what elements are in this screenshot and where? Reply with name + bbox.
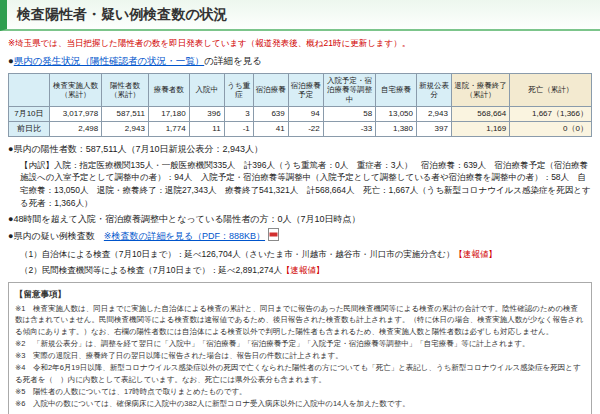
update-notice: ※埼玉県では、当日把握した陽性者の数を即日発表しています（報道発表後、概ね21時… [8, 38, 592, 50]
col-header-discharged: 退院・療養終了（累計） [451, 74, 509, 107]
cell-home-care: 13,050 [376, 107, 417, 122]
cell-severe: 3 [224, 107, 253, 122]
cell-hospitalized-change: 11 [189, 122, 224, 137]
cell-severe-change: -1 [224, 122, 253, 137]
test-count-pdf-link[interactable]: ※検査数の詳細を見る（PDF：888KB） [104, 231, 265, 241]
note-item-2: ※2 「新規公表分」は、調整を経て翌日に「入院中」「宿泊療養」「宿泊療養予定」「… [15, 338, 585, 349]
note-item-6: ※6 入院中の数については、確保病床に入院中の382人に新型コロナ受入病床以外に… [15, 398, 585, 409]
note-item-1: ※1 検査実施人数は、同日までに実施した自治体による検査の累計と、同日までに報告… [15, 303, 585, 337]
col-header-adjusting: 入院予定・宿泊療養等調整中 [323, 74, 375, 107]
table-row-current: 7月10日 3,017,978 587,511 17,180 396 3 639… [9, 107, 592, 122]
note-item-4: ※4 令和2年6月19日以降、新型コロナウイルス感染症以外の死因で亡くなられた陽… [15, 362, 585, 385]
page-content: ※埼玉県では、当日把握した陽性者の数を即日発表しています（報道発表後、概ね21時… [0, 31, 600, 414]
cell-adjusting: 58 [323, 107, 375, 122]
breakdown-line: 【内訳】入院：指定医療機関135人・一般医療機関335人 計396人（うち重篤者… [20, 159, 592, 210]
col-header-positives-total: 陽性者数（累計） [102, 74, 149, 107]
over48h-line: ●48時間を超えて入院・宿泊療養調整中となっている陽性者の方：0人（7月10日時… [8, 213, 592, 226]
col-header-deaths: 死亡（累計） [510, 74, 592, 107]
private-tests-line: （2）民間検査機関等による検査（7月10日まで）：延べ2,891,274人【速報… [20, 264, 592, 277]
cell-tested-total: 3,017,978 [49, 107, 101, 122]
cell-adjusting-change: -33 [323, 122, 375, 137]
cell-home-care-change: 1,380 [376, 122, 417, 137]
col-header-hotel-care: 宿泊療養 [253, 74, 288, 107]
private-tests-text: （2）民間検査機関等による検査（7月10日まで）：延べ2,891,274人 [20, 265, 282, 275]
status-table: 検査実施人数（累計） 陽性者数（累計） 療養者数 入院中 うち重症 宿泊療養 宿… [8, 73, 592, 137]
suspected-tests-label: ●県内の疑い例検査数 [8, 231, 104, 241]
preliminary-badge: 【速報値】 [455, 249, 498, 259]
cell-hospitalized: 396 [189, 107, 224, 122]
col-header-tested-total: 検査実施人数（累計） [49, 74, 101, 107]
cell-discharged: 568,664 [451, 107, 509, 122]
cell-hotel-care: 639 [253, 107, 288, 122]
cell-new-cases-change: 397 [417, 122, 452, 137]
cell-positives-total: 587,511 [102, 107, 149, 122]
status-link-line: ●県内の発生状況（陽性確認者の状況・一覧）の詳細を見る [8, 55, 592, 68]
col-header-new-cases: 新規公表分 [417, 74, 452, 107]
cell-new-cases: 2,943 [417, 107, 452, 122]
cell-discharged-change: 1,169 [451, 122, 509, 137]
col-header-hotel-planned: 宿泊療養予定 [288, 74, 323, 107]
pdf-icon [268, 228, 279, 245]
col-header-label [9, 74, 50, 107]
note-item-5: ※5 陽性者の人数については、17時時点で取りまとめたものです。 [15, 386, 585, 397]
cell-deaths: 1,667（1,366） [510, 107, 592, 122]
cell-positives-total-change: 2,943 [102, 122, 149, 137]
cell-hotel-planned: 94 [288, 107, 323, 122]
cell-tested-total-change: 2,498 [49, 122, 101, 137]
preliminary-badge: 【速報値】 [282, 265, 325, 275]
cell-under-care-change: 1,774 [148, 122, 189, 137]
page-title: 検査陽性者・疑い例検査数の状況 [0, 0, 600, 31]
note-item-3: ※3 実際の退院日、療養終了日の翌日以降に報告された場合は、報告日の件数に計上さ… [15, 350, 585, 361]
positives-total-line: ●県内の陽性者数：587,511人（7月10日新規公表分：2,943人） [8, 143, 592, 156]
prefecture-status-link[interactable]: 県内の発生状況（陽性確認者の状況・一覧） [14, 55, 204, 66]
cell-under-care: 17,180 [148, 107, 189, 122]
status-link-suffix: の詳細を見る [204, 55, 262, 66]
table-row-daily-change: 前日比 2,498 2,943 1,774 11 -1 41 -22 -33 1… [9, 122, 592, 137]
col-header-hospitalized: 入院中 [189, 74, 224, 107]
col-header-under-care: 療養者数 [148, 74, 189, 107]
municipal-tests-text: （1）自治体による検査（7月10日まで）：延べ126,704人（さいたま市・川越… [20, 249, 455, 259]
row-label-date: 7月10日 [9, 107, 50, 122]
col-header-severe: うち重症 [224, 74, 253, 107]
notes-title: 【留意事項】 [15, 288, 585, 301]
cell-hotel-planned-change: -22 [288, 122, 323, 137]
table-header-row: 検査実施人数（累計） 陽性者数（累計） 療養者数 入院中 うち重症 宿泊療養 宿… [9, 74, 592, 107]
municipal-tests-line: （1）自治体による検査（7月10日まで）：延べ126,704人（さいたま市・川越… [20, 248, 592, 261]
summary-section: ●県内の陽性者数：587,511人（7月10日新規公表分：2,943人） 【内訳… [8, 143, 592, 276]
page-root: 検査陽性者・疑い例検査数の状況 ※埼玉県では、当日把握した陽性者の数を即日発表し… [0, 0, 600, 414]
suspected-tests-line: ●県内の疑い例検査数 ※検査数の詳細を見る（PDF：888KB） [8, 228, 592, 245]
row-label-change: 前日比 [9, 122, 50, 137]
col-header-home-care: 自宅療養 [376, 74, 417, 107]
notes-section: 【留意事項】 ※1 検査実施人数は、同日までに実施した自治体による検査の累計と、… [8, 282, 592, 414]
cell-deaths-change: 0（0） [510, 122, 592, 137]
cell-hotel-care-change: 41 [253, 122, 288, 137]
